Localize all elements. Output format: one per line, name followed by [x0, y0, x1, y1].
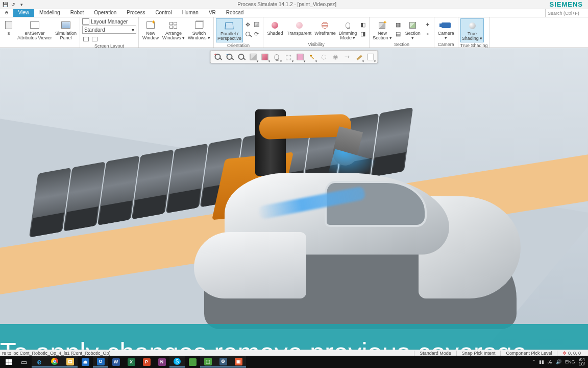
tool-view-cube[interactable]: ▼	[248, 52, 258, 62]
tray-language[interactable]: ENG	[565, 359, 575, 364]
tool-light[interactable]: ▼	[272, 52, 282, 62]
tool-frame[interactable]: ⬚▼	[283, 52, 293, 62]
tool-measure[interactable]: ▬▼	[354, 52, 364, 62]
layout-icon-2[interactable]	[91, 35, 99, 43]
orient-move-icon[interactable]: ✥	[244, 20, 252, 29]
car-hood	[194, 232, 306, 298]
visibility-extra-1[interactable]: ◧	[359, 20, 367, 29]
taskbar-app-green1[interactable]	[185, 356, 200, 367]
tool-shading[interactable]: ▼	[365, 52, 376, 62]
btn-transparent[interactable]: Transparent	[286, 18, 312, 37]
taskbar-powerpoint[interactable]: P	[139, 356, 154, 367]
taskbar-recorder[interactable]: ▣	[231, 356, 246, 367]
taskbar-process-simulate[interactable]: ⚙	[215, 356, 231, 367]
tool-show[interactable]: ◉	[330, 52, 340, 62]
caption-text: To apply changes remove previous coverag…	[0, 337, 527, 350]
qat-dropdown-icon[interactable]: ▾	[18, 2, 24, 8]
section-extra-1[interactable]: ▦	[394, 20, 402, 29]
group-label-section: Section	[372, 41, 432, 48]
btn-new-window[interactable]: ✦ New Window	[141, 18, 160, 41]
tab-operation[interactable]: Operation	[89, 9, 121, 17]
group-label-visibility: Visibility	[265, 41, 367, 48]
undo-icon[interactable]: ↺	[10, 2, 16, 8]
taskbar-outlook[interactable]: O	[93, 356, 108, 367]
tab-modeling[interactable]: Modeling	[34, 9, 65, 17]
btn-simulation-panel[interactable]: Simulation Panel	[54, 18, 78, 41]
btn-true-shading[interactable]: True Shading ▾	[460, 18, 484, 42]
new-section-icon: ✦	[377, 19, 388, 31]
status-mode[interactable]: Standard Mode	[414, 351, 456, 356]
taskview-button[interactable]: ▭	[16, 356, 32, 367]
taskbar-onenote[interactable]: N	[154, 356, 169, 367]
status-pick-level[interactable]: Component Pick Level	[500, 351, 557, 356]
tool-zoom-fit[interactable]	[236, 52, 247, 62]
btn-parallel-perspective[interactable]: Parallel / Perspective	[216, 18, 243, 42]
orient-default-icon[interactable]	[253, 20, 261, 29]
section-extra-2[interactable]: ▤	[394, 30, 402, 38]
taskbar-ie[interactable]: e	[32, 356, 47, 367]
section-extra-3[interactable]: ✦	[424, 20, 432, 29]
section-extra-4[interactable]: ▫	[424, 30, 432, 38]
tab-robot[interactable]: Robot	[65, 9, 89, 17]
layout-manager-button[interactable]: Layout Manager	[82, 18, 128, 25]
tab-file[interactable]: e	[0, 9, 13, 17]
taskbar-chrome[interactable]	[47, 356, 62, 367]
group-true-shading: True Shading ▾ True Shading	[458, 17, 491, 48]
orient-refresh-icon[interactable]: ⟳	[253, 30, 261, 38]
app-status-bar: re to loc Cont_Robotic_Op_4_ls1 (Cont_Ro…	[0, 350, 588, 356]
tool-view-solid[interactable]: ▼	[260, 52, 270, 62]
tray-chevron-up-icon[interactable]: ˄	[533, 359, 535, 364]
simulation-panel-icon	[60, 19, 71, 31]
system-tray[interactable]: ˄ ▮▮ 🖧 🔊 ENG 9:4 10/	[533, 357, 587, 366]
tab-control[interactable]: Control	[150, 9, 177, 17]
tray-battery-icon[interactable]: ▮▮	[539, 359, 544, 364]
panel-icon	[3, 19, 14, 31]
tab-process[interactable]: Process	[121, 9, 150, 17]
orient-zoom-icon[interactable]	[244, 30, 252, 38]
taskbar-word[interactable]: W	[108, 356, 124, 367]
windows-taskbar: ▭ e 🗀 ⏏ O W X P N S ⬚ ⚙ ▣ ˄ ▮▮ 🖧 🔊 ENG 9…	[0, 356, 588, 368]
taskbar-app-green2[interactable]: ⬚	[200, 356, 215, 367]
camera-icon	[440, 19, 452, 31]
btn-section[interactable]: Section ▾	[403, 18, 423, 41]
btn-camera[interactable]: Camera ▾	[436, 18, 456, 41]
taskbar-explorer[interactable]: 🗀	[62, 356, 78, 367]
group-camera: Camera ▾ Camera	[434, 17, 458, 48]
layout-icon-1[interactable]	[82, 35, 90, 43]
tool-hide[interactable]: ◌	[318, 52, 329, 62]
btn-arrange-windows[interactable]: Arrange Windows ▾	[161, 18, 186, 41]
start-button[interactable]	[1, 356, 16, 367]
ribbon-tabs: e View Modeling Robot Operation Process …	[0, 9, 588, 17]
layout-standard-combo[interactable]: Standard ▾	[82, 26, 136, 34]
save-icon[interactable]: 💾	[2, 2, 8, 8]
tool-zoom-out[interactable]: −	[225, 52, 235, 62]
search-input[interactable]: Search (Ctrl+F)	[545, 9, 588, 17]
3d-viewport[interactable]: + − ▼ ▼ ▼ ⬚▼ ▼ ↖▼ ◌ ◉ ⇢ ▬▼ ▼ To apply ch…	[0, 48, 588, 350]
btn-s[interactable]: s	[2, 18, 15, 37]
tray-volume-icon[interactable]: 🔊	[556, 359, 561, 364]
tray-network-icon[interactable]: 🖧	[548, 359, 552, 364]
tool-pick[interactable]: ↖▼	[307, 52, 317, 62]
taskbar-excel[interactable]: X	[124, 356, 139, 367]
tool-zoom-in[interactable]: +	[213, 52, 223, 62]
status-snap-pick[interactable]: Snap Pick Intent	[456, 351, 501, 356]
btn-shaded[interactable]: Shaded	[265, 18, 285, 37]
taskbar-skype[interactable]: S	[169, 356, 185, 367]
status-left-text: re to loc Cont_Robotic_Op_4_ls1 (Cont_Ro…	[2, 351, 414, 356]
tool-copy[interactable]: ▼	[295, 52, 305, 62]
shaded-icon	[270, 19, 281, 31]
btn-new-section[interactable]: ✦ New Section ▾	[372, 18, 393, 41]
btn-emserver[interactable]: eMServer Attributes Viewer	[16, 18, 53, 41]
btn-wireframe[interactable]: Wireframe	[313, 18, 337, 37]
tab-human[interactable]: Human	[177, 9, 204, 17]
switch-windows-icon	[193, 19, 205, 31]
tray-clock[interactable]: 9:4 10/	[578, 357, 585, 366]
visibility-extra-2[interactable]: ◨	[359, 30, 367, 38]
tab-vr[interactable]: VR	[204, 9, 221, 17]
tab-robcad[interactable]: Robcad	[221, 9, 249, 17]
taskbar-store[interactable]: ⏏	[78, 356, 93, 367]
btn-dimming-mode[interactable]: Dimming Mode ▾	[338, 18, 358, 41]
tab-view[interactable]: View	[13, 9, 35, 17]
tool-link[interactable]: ⇢	[342, 52, 352, 62]
btn-switch-windows[interactable]: Switch Windows ▾	[187, 18, 211, 41]
